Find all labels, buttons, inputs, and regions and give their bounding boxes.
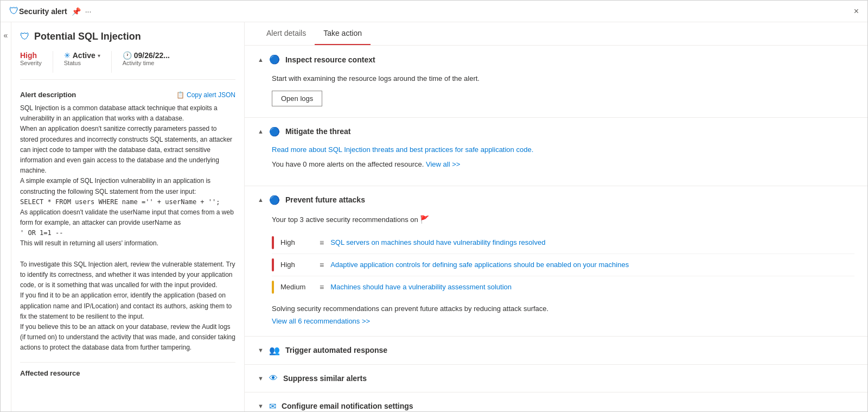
purple-flag-icon: 🚩 <box>420 215 429 224</box>
mitigate-section-icon: 🔵 <box>269 126 280 137</box>
email-section-title: Configure email notification settings <box>282 402 413 410</box>
section-inspect-toggle[interactable]: ▲ 🔵 Inspect resource context <box>245 46 867 73</box>
section-suppress-alerts: ▼ 👁 Suppress similar alerts <box>245 365 867 392</box>
solving-text: Solving security recommendations can pre… <box>272 305 854 313</box>
alert-title: Potential SQL Injection <box>34 31 141 42</box>
window-title: Security alert <box>19 7 67 16</box>
status-value: Active <box>73 51 95 60</box>
right-content: ▲ 🔵 Inspect resource context Start with … <box>245 46 867 411</box>
collapse-icon: « <box>4 31 8 40</box>
severity-bar-high-2 <box>272 258 274 271</box>
mitigate-section-body: Read more about SQL Injection threats an… <box>245 145 867 186</box>
tab-take-action[interactable]: Take action <box>315 22 371 45</box>
alert-count-text: You have 0 more alerts on the affected r… <box>272 160 854 168</box>
more-icon[interactable]: ··· <box>85 7 92 16</box>
rec-severity-3: Medium <box>280 283 313 291</box>
section-email-settings: ▼ ✉ Configure email notification setting… <box>245 392 867 412</box>
suppress-section-icon: 👁 <box>269 373 278 383</box>
activity-value: 09/26/22... <box>134 51 170 60</box>
recommendations-list: High ≡ SQL servers on machines should ha… <box>272 232 854 298</box>
description-section-title: Alert description <box>20 91 76 99</box>
prevent-section-body: Your top 3 active security recommendatio… <box>245 214 867 336</box>
rec-icon-1: ≡ <box>320 238 324 247</box>
view-all-recs-link[interactable]: View all 6 recommendations >> <box>272 317 370 325</box>
affected-resource-label: Affected resource <box>20 369 80 377</box>
inspect-section-desc: Start with examining the resource logs a… <box>272 73 854 84</box>
suppress-section-title: Suppress similar alerts <box>283 374 367 383</box>
section-suppress-toggle[interactable]: ▼ 👁 Suppress similar alerts <box>245 365 867 392</box>
section-email-toggle[interactable]: ▼ ✉ Configure email notification setting… <box>245 392 867 412</box>
stat-divider-2 <box>111 51 112 73</box>
rec-severity-1: High <box>280 238 313 246</box>
severity-stat: High Severity <box>20 51 53 66</box>
activity-label: Activity time <box>123 60 170 66</box>
mitigate-section-title: Mitigate the threat <box>285 127 351 136</box>
severity-label: Severity <box>20 60 42 66</box>
view-all-alerts-link[interactable]: View all >> <box>426 160 460 168</box>
trigger-section-icon: 👥 <box>269 345 280 356</box>
rec-item-2: High ≡ Adaptive application controls for… <box>272 254 854 276</box>
rec-item-1: High ≡ SQL servers on machines should ha… <box>272 232 854 254</box>
inspect-section-title: Inspect resource context <box>285 55 375 64</box>
tabs-row: Alert details Take action <box>245 22 867 46</box>
suppress-collapse-icon: ▼ <box>258 375 264 382</box>
left-panel: 🛡 Potential SQL Injection High Severity … <box>11 22 245 411</box>
inspect-collapse-icon: ▲ <box>258 56 264 63</box>
section-mitigate-threat: ▲ 🔵 Mitigate the threat Read more about … <box>245 118 867 186</box>
rec-icon-2: ≡ <box>320 261 324 269</box>
prevent-intro-text: Your top 3 active security recommendatio… <box>272 214 854 225</box>
section-mitigate-toggle[interactable]: ▲ 🔵 Mitigate the threat <box>245 118 867 145</box>
description-text: SQL Injection is a common database attac… <box>20 103 235 353</box>
rec-icon-3: ≡ <box>320 283 324 291</box>
prevent-collapse-icon: ▲ <box>258 197 264 203</box>
copy-icon: 📋 <box>176 91 184 99</box>
copy-alert-json-link[interactable]: 📋 Copy alert JSON <box>176 91 235 99</box>
mitigate-collapse-icon: ▲ <box>258 128 264 135</box>
section-prevent-attacks: ▲ 🔵 Prevent future attacks Your top 3 ac… <box>245 186 867 337</box>
stat-divider-1 <box>53 51 53 73</box>
shield-icon: 🛡 <box>9 5 19 17</box>
rec-link-1[interactable]: SQL servers on machines should have vuln… <box>330 238 854 246</box>
tab-alert-details[interactable]: Alert details <box>258 22 315 45</box>
collapse-panel-button[interactable]: « <box>1 22 11 411</box>
section-trigger-automated: ▼ 👥 Trigger automated response <box>245 337 867 365</box>
rec-item-3: Medium ≡ Machines should have a vulnerab… <box>272 276 854 298</box>
status-stat: ✳ Active ▾ Status <box>64 51 111 66</box>
trigger-collapse-icon: ▼ <box>258 347 264 353</box>
active-icon: ✳ <box>64 51 71 60</box>
rec-severity-2: High <box>280 261 313 269</box>
status-chevron-icon[interactable]: ▾ <box>98 53 100 59</box>
prevent-section-title: Prevent future attacks <box>285 195 365 204</box>
open-logs-button[interactable]: Open logs <box>272 91 322 106</box>
pin-icon[interactable]: 📌 <box>72 7 81 16</box>
severity-value: High <box>20 51 42 60</box>
mitigate-read-more-link[interactable]: Read more about SQL Injection threats an… <box>272 145 533 154</box>
email-collapse-icon: ▼ <box>258 403 264 409</box>
email-section-icon: ✉ <box>269 401 276 411</box>
severity-bar-high-1 <box>272 236 274 249</box>
section-inspect-resource: ▲ 🔵 Inspect resource context Start with … <box>245 46 867 118</box>
right-panel: Alert details Take action ▲ 🔵 Inspect re… <box>245 22 867 411</box>
rec-link-3[interactable]: Machines should have a vulnerability ass… <box>330 283 854 291</box>
inspect-section-icon: 🔵 <box>269 54 280 65</box>
trigger-section-title: Trigger automated response <box>285 346 387 354</box>
prevent-section-icon: 🔵 <box>269 195 280 205</box>
section-trigger-toggle[interactable]: ▼ 👥 Trigger automated response <box>245 337 867 364</box>
close-button[interactable]: × <box>854 7 859 16</box>
status-label: Status <box>64 60 100 66</box>
severity-bar-medium-1 <box>272 281 274 294</box>
clock-icon: 🕐 <box>123 51 132 60</box>
section-prevent-toggle[interactable]: ▲ 🔵 Prevent future attacks <box>245 186 867 214</box>
rec-link-2[interactable]: Adaptive application controls for defini… <box>330 261 854 269</box>
alert-shield-icon: 🛡 <box>20 31 30 42</box>
inspect-section-body: Start with examining the resource logs a… <box>245 73 867 117</box>
activity-stat: 🕐 09/26/22... Activity time <box>123 51 181 66</box>
